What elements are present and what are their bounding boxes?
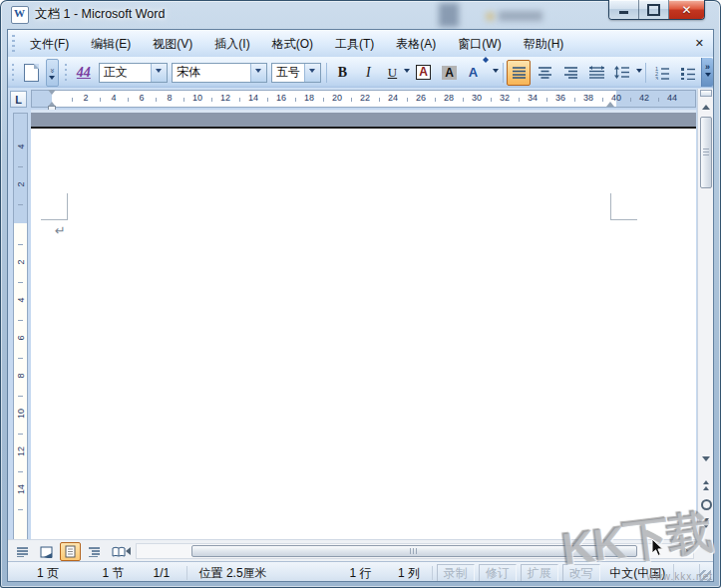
h-ruler-tick [211, 98, 212, 102]
horizontal-scrollbar-track[interactable] [136, 543, 694, 559]
distribute-button[interactable] [584, 60, 608, 86]
menu-table[interactable]: 表格(A) [385, 31, 447, 57]
h-ruler-number: 26 [416, 93, 426, 103]
status-mode-overwrite[interactable]: 改写 [562, 564, 600, 582]
right-indent-marker[interactable] [606, 98, 614, 107]
client-area: 文件(F)编辑(E)视图(V)插入(I)格式(O)工具(T)表格(A)窗口(W)… [7, 29, 714, 582]
statusbar: 1 页 1 节 1/1 位置 2.5厘米 1 行 1 列 录制修订扩展改写 中文… [8, 561, 713, 582]
resize-grip-handle[interactable] [699, 570, 711, 582]
standard-toolbar-options-button[interactable]: » [46, 59, 58, 87]
document-close-icon[interactable]: ✕ [695, 37, 704, 50]
minimize-button[interactable] [609, 0, 639, 19]
styles-and-formatting-button[interactable]: 44 [72, 60, 96, 86]
web-layout-view-button[interactable] [36, 542, 57, 561]
h-ruler-tick [72, 98, 73, 102]
h-ruler-number: 44 [667, 93, 677, 103]
menu-help[interactable]: 帮助(H) [513, 31, 575, 57]
titlebar[interactable]: 文档 1 - Microsoft Word ✕ [0, 0, 721, 29]
character-scaling-dropdown-button[interactable] [492, 62, 499, 84]
menu-edit[interactable]: 编辑(E) [80, 31, 142, 57]
style-dropdown-button[interactable] [151, 64, 167, 82]
line-spacing-button[interactable] [610, 60, 634, 86]
center-button[interactable] [533, 60, 556, 86]
menu-format[interactable]: 格式(O) [261, 31, 324, 57]
menu-view[interactable]: 视图(V) [142, 31, 203, 57]
menu-insert[interactable]: 插入(I) [203, 31, 260, 57]
page-viewport[interactable]: ↵ [31, 110, 696, 539]
horizontal-scrollbar-row [8, 539, 697, 561]
bold-button[interactable]: B [330, 60, 354, 86]
vertical-scrollbar[interactable] [697, 89, 714, 539]
bullets-button[interactable] [676, 60, 700, 86]
document-page[interactable] [31, 129, 696, 539]
margin-corner-mark [67, 193, 68, 220]
character-scaling-button[interactable]: A [463, 60, 491, 86]
menu-window[interactable]: 窗口(W) [447, 31, 512, 57]
next-page-button[interactable] [699, 515, 713, 533]
h-ruler-tick [183, 98, 184, 102]
outline-view-icon [88, 546, 101, 557]
font-size-combobox[interactable]: 五号 [271, 63, 321, 83]
scroll-left-button[interactable] [120, 544, 133, 558]
line-spacing-dropdown-button[interactable] [635, 62, 642, 84]
italic-button[interactable]: I [356, 60, 380, 86]
underline-button[interactable]: U [382, 60, 402, 86]
scroll-right-button[interactable] [682, 544, 695, 558]
underline-icon: U [388, 65, 397, 81]
scroll-down-button[interactable] [699, 453, 713, 467]
normal-view-button[interactable] [12, 542, 33, 561]
formatting-toolbar: » 44 正文 宋体 五号 B I [8, 57, 713, 89]
toolbar-grip-handle[interactable] [12, 64, 14, 81]
italic-icon: I [364, 65, 373, 81]
v-ruler-number: 2 [16, 256, 26, 269]
styles-icon: 44 [77, 65, 91, 81]
status-language[interactable]: 中文(中国) [602, 564, 673, 582]
toolbar-separator [326, 63, 327, 83]
justify-button[interactable] [507, 60, 531, 86]
previous-page-button[interactable] [699, 475, 713, 493]
scroll-up-button[interactable] [699, 98, 713, 112]
h-ruler[interactable]: 2468101214161820222426283032343638404244 [31, 90, 696, 108]
character-border-button[interactable]: A [411, 60, 435, 86]
thumb-grip-icon [410, 548, 418, 554]
style-combobox[interactable]: 正文 [99, 63, 168, 83]
status-mode-revise[interactable]: 修订 [479, 564, 517, 582]
h-ruler-tick [602, 98, 603, 102]
horizontal-scrollbar-thumb[interactable] [191, 545, 637, 557]
h-ruler-number: 30 [472, 93, 482, 103]
status-mode-extend[interactable]: 扩展 [521, 564, 558, 582]
character-shading-button[interactable]: A [437, 60, 461, 86]
vertical-scrollbar-thumb[interactable] [700, 117, 712, 188]
maximize-button[interactable] [639, 0, 669, 19]
browse-object-icon [701, 499, 712, 510]
tab-stop-selector-button[interactable]: L [10, 91, 27, 108]
menubar-grip-handle[interactable] [12, 35, 15, 52]
underline-dropdown-button[interactable] [403, 62, 410, 84]
split-box-handle[interactable] [700, 90, 712, 97]
h-ruler-number: 4 [111, 93, 116, 103]
numbering-button[interactable]: 123 [650, 60, 674, 86]
page-layout-view-button[interactable] [60, 542, 81, 561]
font-combobox[interactable]: 宋体 [172, 63, 267, 83]
chevron-down-icon [404, 69, 410, 76]
toolbar-grip-handle-2[interactable] [65, 64, 67, 81]
font-dropdown-button[interactable] [250, 64, 266, 82]
h-ruler-tick [100, 98, 101, 102]
outline-view-button[interactable] [84, 542, 105, 561]
menu-file[interactable]: 文件(F) [19, 31, 80, 57]
v-ruler[interactable]: 422468101214 [13, 113, 28, 539]
thumb-grip-icon [703, 148, 709, 156]
close-button[interactable]: ✕ [669, 0, 704, 19]
v-ruler-tick [18, 396, 23, 397]
menubar-items: 文件(F)编辑(E)视图(V)插入(I)格式(O)工具(T)表格(A)窗口(W)… [19, 30, 574, 57]
toolbar-options-button[interactable]: » [701, 58, 713, 87]
select-browse-object-button[interactable] [699, 495, 713, 513]
new-document-button[interactable] [19, 60, 43, 86]
status-section: 1 节 [88, 564, 139, 582]
page-layout-view-icon [65, 545, 76, 558]
align-right-button[interactable] [558, 60, 582, 86]
font-size-dropdown-button[interactable] [304, 64, 320, 82]
character-border-icon: A [416, 65, 431, 80]
menu-tools[interactable]: 工具(T) [324, 31, 385, 57]
status-mode-record[interactable]: 录制 [437, 564, 475, 582]
